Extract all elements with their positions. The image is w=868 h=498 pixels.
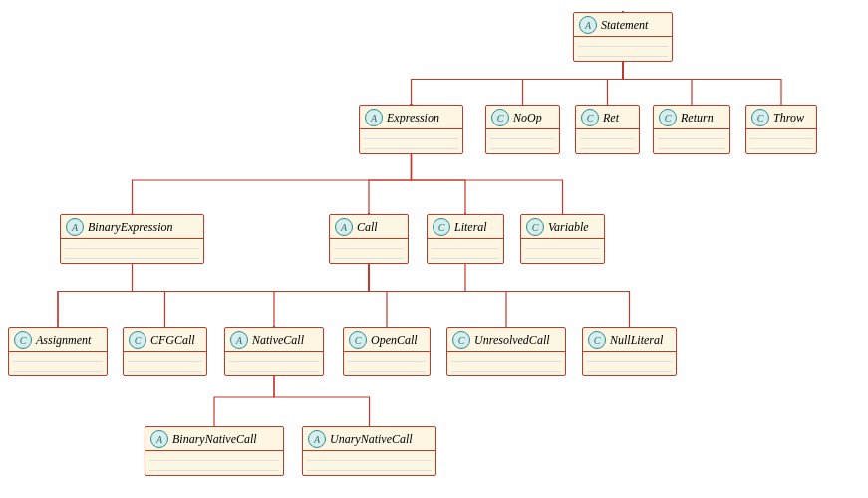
- line-0: [658, 131, 725, 139]
- label-cfgcall: CFGCall: [150, 333, 195, 348]
- line-0: [334, 241, 404, 249]
- label-assignment: Assignment: [36, 333, 91, 348]
- line-0: [587, 354, 672, 362]
- line-0: [432, 241, 499, 249]
- label-call: Call: [357, 220, 378, 235]
- badge-noop: C: [491, 109, 509, 126]
- line-0: [65, 241, 199, 249]
- line-0: [149, 453, 279, 461]
- uml-box-call: ACall: [329, 214, 409, 264]
- line-1: [364, 141, 458, 149]
- label-variable: Variable: [548, 220, 589, 235]
- badge-opencall: C: [349, 331, 367, 349]
- line-0: [451, 354, 561, 362]
- badge-unarynativecall: A: [308, 430, 326, 448]
- label-unresolvedcall: UnresolvedCall: [474, 333, 550, 348]
- line-1: [65, 251, 199, 259]
- label-binaryexpression: BinaryExpression: [88, 220, 173, 235]
- line-1: [334, 251, 404, 259]
- label-ret: Ret: [603, 111, 619, 125]
- label-binarynativecall: BinaryNativeCall: [172, 432, 257, 447]
- badge-binaryexpression: A: [66, 218, 84, 236]
- line-1: [587, 364, 672, 372]
- line-0: [128, 354, 202, 362]
- line-0: [348, 354, 426, 362]
- uml-box-opencall: COpenCall: [343, 327, 431, 376]
- badge-assignment: C: [14, 331, 32, 349]
- uml-box-nativecall: ANativeCall: [224, 327, 324, 376]
- line-1: [307, 463, 432, 471]
- line-0: [229, 354, 319, 362]
- badge-variable: C: [526, 218, 544, 236]
- line-1: [432, 251, 499, 259]
- line-1: [229, 364, 319, 372]
- uml-box-return: CReturn: [653, 105, 730, 154]
- badge-cfgcall: C: [129, 331, 146, 349]
- badge-expression: A: [365, 109, 383, 126]
- badge-ret: C: [581, 109, 599, 126]
- line-1: [578, 49, 668, 57]
- label-throw: Throw: [773, 111, 804, 125]
- uml-box-nullliteral: CNullLiteral: [582, 327, 677, 376]
- label-unarynativecall: UnaryNativeCall: [330, 432, 413, 447]
- line-1: [580, 141, 635, 149]
- uml-box-cfgcall: CCFGCall: [123, 327, 207, 376]
- label-nativecall: NativeCall: [252, 333, 304, 348]
- uml-box-unarynativecall: AUnaryNativeCall: [302, 426, 436, 476]
- line-0: [307, 453, 432, 461]
- line-0: [525, 241, 600, 249]
- line-0: [364, 131, 458, 139]
- label-return: Return: [681, 111, 714, 125]
- line-0: [580, 131, 635, 139]
- line-1: [13, 364, 103, 372]
- uml-box-ret: CRet: [575, 105, 640, 154]
- line-1: [348, 364, 426, 372]
- label-opencall: OpenCall: [371, 333, 418, 348]
- uml-box-literal: CLiteral: [427, 214, 504, 264]
- badge-return: C: [659, 109, 677, 126]
- label-expression: Expression: [387, 111, 439, 125]
- uml-box-throw: CThrow: [745, 105, 817, 154]
- diagram: AStatementAExpressionCNoOpCRetCReturnCTh…: [0, 0, 868, 498]
- badge-nativecall: A: [230, 331, 248, 349]
- line-0: [490, 131, 555, 139]
- uml-box-expression: AExpression: [359, 105, 463, 154]
- label-nullliteral: NullLiteral: [610, 333, 663, 348]
- line-1: [128, 364, 202, 372]
- label-literal: Literal: [454, 220, 487, 235]
- badge-literal: C: [433, 218, 450, 236]
- line-1: [149, 463, 279, 471]
- badge-nullliteral: C: [588, 331, 606, 349]
- uml-box-unresolvedcall: CUnresolvedCall: [446, 327, 566, 376]
- badge-throw: C: [751, 109, 769, 126]
- badge-call: A: [335, 218, 353, 236]
- label-statement: Statement: [601, 18, 648, 33]
- uml-box-assignment: CAssignment: [8, 327, 108, 376]
- uml-box-statement: AStatement: [573, 12, 673, 62]
- uml-box-noop: CNoOp: [485, 105, 560, 154]
- label-noop: NoOp: [513, 111, 542, 125]
- uml-box-variable: CVariable: [520, 214, 605, 264]
- line-1: [490, 141, 555, 149]
- line-0: [13, 354, 103, 362]
- line-1: [658, 141, 725, 149]
- line-1: [750, 141, 812, 149]
- badge-statement: A: [579, 16, 597, 34]
- line-0: [750, 131, 812, 139]
- uml-box-binarynativecall: ABinaryNativeCall: [145, 426, 284, 476]
- line-1: [525, 251, 600, 259]
- uml-box-binaryexpression: ABinaryExpression: [60, 214, 204, 264]
- line-0: [578, 39, 668, 47]
- badge-unresolvedcall: C: [452, 331, 470, 349]
- badge-binarynativecall: A: [150, 430, 168, 448]
- line-1: [451, 364, 561, 372]
